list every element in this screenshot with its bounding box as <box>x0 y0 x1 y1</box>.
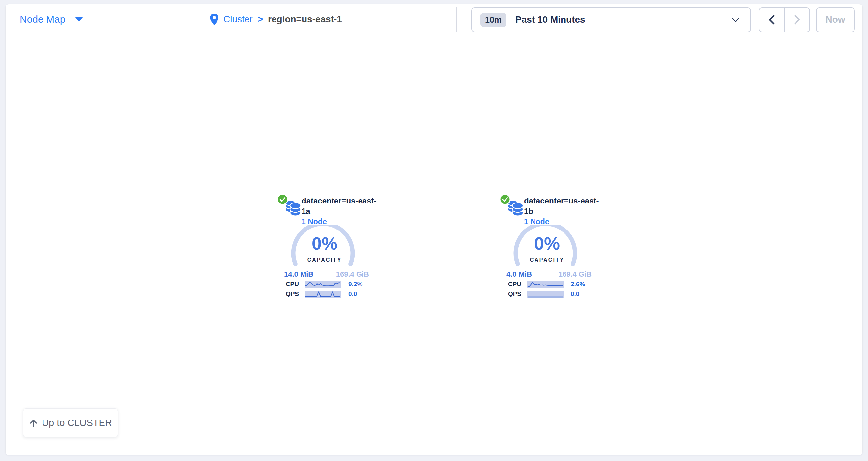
cpu-label: CPU <box>270 281 299 288</box>
capacity-label: CAPACITY <box>493 257 601 263</box>
chevron-down-icon <box>732 18 739 22</box>
healthy-check-icon <box>277 194 288 206</box>
time-range-badge: 10m <box>480 13 506 27</box>
time-prev-button[interactable] <box>759 8 784 32</box>
header-divider <box>456 7 457 32</box>
datacenter-group-us-east-1b[interactable]: datacenter=us-east-1b 1 Node 0% CAPACITY… <box>493 191 601 301</box>
breadcrumb: Cluster > region=us-east-1 <box>210 4 342 35</box>
datacenter-name: datacenter=us-east-1a <box>302 196 379 217</box>
time-range-select[interactable]: 10m Past 10 Minutes <box>471 7 751 32</box>
qps-label: QPS <box>493 290 521 298</box>
chevron-right-icon <box>794 15 801 25</box>
up-to-cluster-label: Up to CLUSTER <box>42 418 112 428</box>
time-next-button[interactable] <box>784 8 809 32</box>
datacenter-name: datacenter=us-east-1b <box>524 196 601 217</box>
breadcrumb-cluster-link[interactable]: Cluster <box>223 14 253 25</box>
arrow-up-icon <box>29 419 38 427</box>
healthy-check-icon <box>499 194 511 206</box>
breadcrumb-separator: > <box>258 14 263 25</box>
capacity-total: 169.4 GiB <box>559 270 591 278</box>
view-selector-label: Node Map <box>20 14 65 25</box>
capacity-used: 14.0 MiB <box>284 270 313 278</box>
time-range-label: Past 10 Minutes <box>516 14 585 25</box>
cpu-label: CPU <box>493 281 521 288</box>
view-selector-dropdown[interactable]: Node Map <box>20 4 83 35</box>
capacity-used: 4.0 MiB <box>506 270 532 278</box>
cpu-sparkline <box>527 281 563 288</box>
cpu-value: 2.6% <box>571 281 585 288</box>
qps-sparkline <box>527 291 563 298</box>
qps-value: 0.0 <box>348 290 357 298</box>
time-nav-group <box>758 7 810 32</box>
qps-label: QPS <box>270 290 299 298</box>
map-pin-icon <box>210 13 218 25</box>
qps-sparkline <box>305 291 341 298</box>
cpu-value: 9.2% <box>348 281 363 288</box>
capacity-total: 169.4 GiB <box>336 270 369 278</box>
datacenter-node-count[interactable]: 1 Node <box>302 217 379 227</box>
cpu-sparkline <box>305 281 341 288</box>
caret-down-icon <box>75 17 83 22</box>
capacity-label: CAPACITY <box>270 257 379 263</box>
up-to-cluster-button[interactable]: Up to CLUSTER <box>23 408 118 437</box>
content-panel <box>5 4 863 455</box>
datacenter-node-count[interactable]: 1 Node <box>524 217 601 227</box>
chevron-left-icon <box>769 15 775 25</box>
breadcrumb-current: region=us-east-1 <box>268 14 342 25</box>
capacity-percent: 0% <box>493 234 601 253</box>
capacity-percent: 0% <box>270 234 379 253</box>
now-button[interactable]: Now <box>816 7 855 32</box>
datacenter-group-us-east-1a[interactable]: datacenter=us-east-1a 1 Node 0% CAPACITY… <box>270 191 379 301</box>
qps-value: 0.0 <box>571 290 579 298</box>
